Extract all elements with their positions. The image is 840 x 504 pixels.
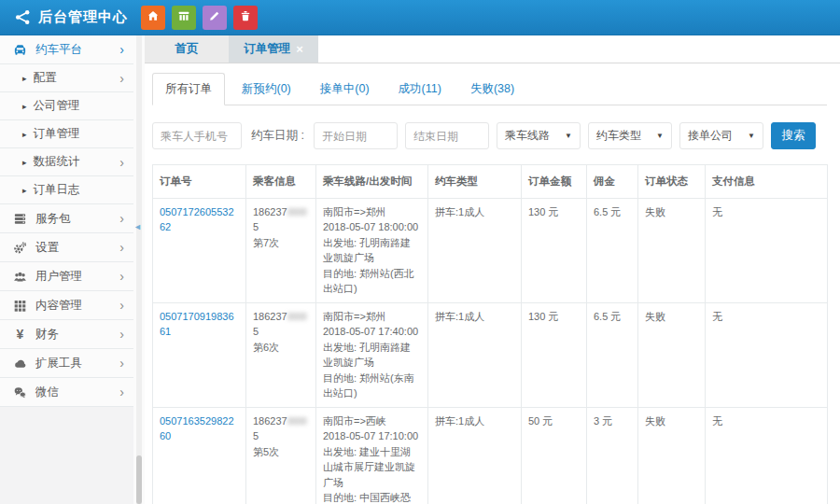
- tab-success[interactable]: 成功(11): [386, 74, 454, 105]
- commission-cell: 6.5 元: [587, 302, 638, 407]
- sidebar-item-label: 用户管理: [35, 269, 119, 285]
- sidebar-collapse-arrow-icon[interactable]: ◄: [133, 222, 142, 231]
- sidebar-subitem-label: 数据统计: [34, 154, 120, 170]
- search-button[interactable]: 搜索: [771, 122, 816, 149]
- users-icon: [13, 270, 27, 284]
- order-number-link[interactable]: 0507163529822 60: [160, 415, 234, 442]
- sidebar-subitem-label: 订单日志: [34, 182, 124, 198]
- gears-icon: [13, 241, 27, 255]
- booking-type-select[interactable]: 约车类型 ▼: [588, 122, 672, 149]
- company-select[interactable]: 接单公司 ▼: [679, 122, 763, 149]
- sidebar-item-label: 扩展工具: [35, 356, 119, 371]
- divider-strip: [136, 35, 142, 504]
- chevron-right-icon: ›: [119, 385, 124, 399]
- edit-button[interactable]: [203, 6, 227, 30]
- chevron-right-icon: ›: [119, 357, 124, 370]
- calendar-button[interactable]: [172, 6, 196, 30]
- sidebar-item-service-pack[interactable]: 服务包 ›: [0, 204, 133, 233]
- end-date-input[interactable]: [405, 122, 489, 149]
- sidebar-item-extensions[interactable]: 扩展工具 ›: [0, 349, 133, 378]
- submenu-marker-icon: ▸: [22, 158, 27, 167]
- status-cell: 失败: [638, 407, 706, 504]
- start-date-input[interactable]: [314, 122, 398, 149]
- sidebar-subitem-data-stats[interactable]: ▸ 数据统计 ›: [0, 148, 133, 176]
- amount-cell: 50 元: [522, 407, 587, 504]
- table-row: 0507170919836 61 1862378888 5 第6次 南阳市=>郑…: [153, 302, 828, 407]
- delete-button[interactable]: [233, 6, 258, 30]
- caret-down-icon: ▼: [565, 132, 572, 140]
- home-button[interactable]: [141, 6, 165, 30]
- sidebar-subitem-config[interactable]: ▸ 配置 ›: [0, 64, 133, 92]
- orders-table: 订单号 乘客信息 乘车线路/出发时间 约车类型 订单金额 佣金 订单状态 支付信…: [152, 164, 828, 504]
- sidebar-item-booking-platform[interactable]: 约车平台 ›: [0, 35, 133, 64]
- scrollbar-thumb[interactable]: [136, 455, 142, 504]
- sidebar-item-label: 财务: [35, 327, 119, 343]
- server-icon: [13, 212, 27, 226]
- tab-in-progress[interactable]: 接单中(0): [308, 74, 382, 105]
- sidebar-subitem-order-log[interactable]: ▸ 订单日志: [0, 176, 133, 204]
- sidebar-item-user-mgmt[interactable]: 用户管理 ›: [0, 262, 133, 291]
- chevron-right-icon: ›: [119, 212, 124, 225]
- type-cell: 拼车:1成人: [428, 198, 522, 302]
- order-number-link[interactable]: 0507172605532 62: [160, 206, 234, 233]
- topbar: 后台管理中心: [0, 0, 840, 35]
- chevron-right-icon: ›: [119, 299, 124, 312]
- tab-all-orders[interactable]: 所有订单: [152, 73, 225, 105]
- app-title: 后台管理中心: [38, 8, 128, 26]
- route-select[interactable]: 乘车线路 ▼: [497, 122, 581, 149]
- route-cell: 南阳市=>郑州 2018-05-07 17:40:00 出发地: 孔明南路建业凯…: [316, 302, 428, 407]
- app-logo: 后台管理中心: [0, 8, 128, 26]
- topbar-buttons: [141, 6, 258, 30]
- order-number-link[interactable]: 0507170919836 61: [160, 311, 234, 338]
- submenu-marker-icon: ▸: [22, 186, 27, 195]
- masked-phone-digits: 8888: [287, 309, 306, 325]
- cloud-icon: [13, 357, 27, 371]
- sidebar-subitem-label: 公司管理: [34, 98, 124, 114]
- sidebar-subitem-label: 配置: [34, 70, 120, 86]
- table-header-row: 订单号 乘客信息 乘车线路/出发时间 约车类型 订单金额 佣金 订单状态 支付信…: [153, 165, 828, 199]
- admin-app: 后台管理中心 约车平台 ›: [0, 0, 840, 504]
- col-header-status: 订单状态: [638, 165, 706, 199]
- sidebar-item-settings[interactable]: 设置 ›: [0, 233, 133, 262]
- passenger-phone-input[interactable]: [152, 122, 242, 149]
- sidebar-item-finance[interactable]: ¥ 财务 ›: [0, 320, 133, 349]
- main-content: 首页 订单管理 × 所有订单 新预约(0) 接单中(0) 成功(11) 失败(3…: [145, 35, 840, 504]
- tab-failed[interactable]: 失败(38): [458, 74, 526, 105]
- masked-phone-digits: 8888: [287, 204, 306, 220]
- order-status-tabs: 所有订单 新预约(0) 接单中(0) 成功(11) 失败(38): [152, 73, 827, 105]
- close-icon[interactable]: ×: [296, 43, 303, 55]
- amount-cell: 130 元: [522, 302, 587, 407]
- tab-order-management[interactable]: 订单管理 ×: [229, 35, 318, 63]
- sidebar-item-content-mgmt[interactable]: 内容管理 ›: [0, 291, 133, 320]
- caret-down-icon: ▼: [656, 132, 664, 140]
- tab-label: 首页: [175, 41, 199, 57]
- sidebar-item-wechat[interactable]: 微信 ›: [0, 378, 133, 407]
- tab-home[interactable]: 首页: [145, 35, 229, 63]
- payment-cell: 无: [706, 302, 828, 407]
- route-cell: 南阳市=>西峡 2018-05-07 17:10:00 出发地: 建业十里湖山城…: [316, 407, 428, 504]
- car-icon: [13, 43, 27, 57]
- orders-panel: 所有订单 新预约(0) 接单中(0) 成功(11) 失败(38) 约车日期 : …: [145, 63, 840, 504]
- chevron-right-icon: ›: [119, 43, 124, 56]
- status-cell: 失败: [638, 198, 706, 302]
- share-icon: [15, 9, 31, 25]
- route-select-value: 乘车线路: [505, 128, 550, 144]
- col-header-route: 乘车线路/出发时间: [316, 165, 428, 199]
- calendar-icon: [177, 9, 190, 25]
- chevron-right-icon: ›: [119, 328, 124, 341]
- passenger-cell: 1862378888 5 第7次: [246, 198, 316, 302]
- trash-icon: [239, 9, 252, 25]
- sidebar-subitem-order-mgmt[interactable]: ▸ 订单管理: [0, 120, 133, 148]
- type-cell: 拼车:1成人: [428, 407, 522, 504]
- tab-new-reservations[interactable]: 新预约(0): [230, 74, 303, 105]
- grid-icon: [13, 299, 27, 313]
- sidebar-subitem-company-mgmt[interactable]: ▸ 公司管理: [0, 92, 133, 120]
- wechat-icon: [13, 385, 27, 399]
- col-header-order-no: 订单号: [153, 165, 246, 199]
- commission-cell: 6.5 元: [587, 198, 638, 302]
- sidebar-item-label: 服务包: [35, 211, 119, 227]
- masked-phone-digits: 8888: [287, 413, 306, 429]
- submenu-marker-icon: ▸: [22, 102, 27, 111]
- chevron-right-icon: ›: [119, 155, 124, 170]
- chevron-right-icon: ›: [119, 270, 124, 283]
